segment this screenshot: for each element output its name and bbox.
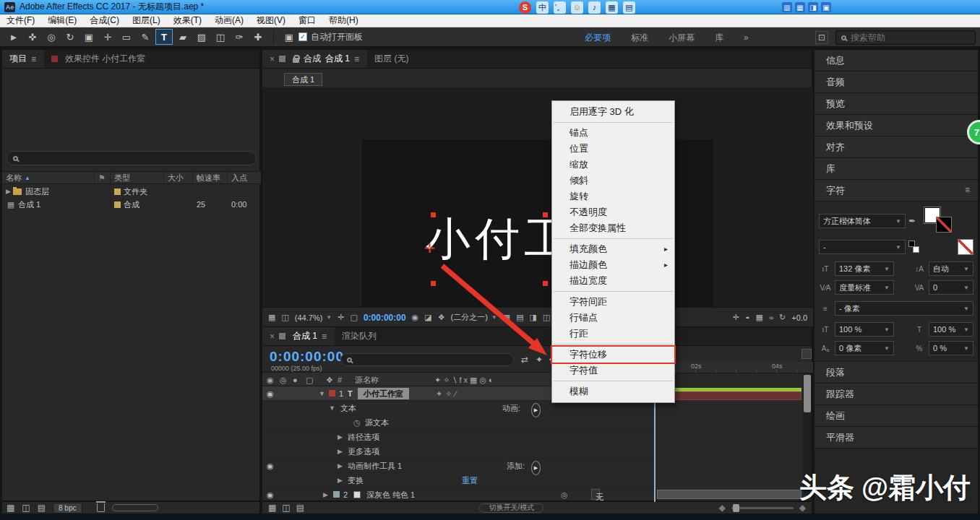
tab-layer-viewer[interactable]: 图层 (无) bbox=[367, 50, 416, 68]
menu-file[interactable]: 文件(F) bbox=[0, 13, 41, 28]
roto-brush-tool-icon[interactable]: ✑ bbox=[231, 29, 248, 45]
menu-item-tracking[interactable]: 字符间距 bbox=[552, 294, 674, 310]
timeline-search-input[interactable] bbox=[356, 355, 494, 365]
magnification-icon[interactable]: ◫ bbox=[281, 313, 288, 322]
workspace-standard[interactable]: 标准 bbox=[631, 32, 648, 44]
expand-transfer-controls-icon[interactable]: ◫ bbox=[282, 503, 290, 513]
twirl-icon[interactable]: ▼ bbox=[329, 401, 335, 415]
column-fps[interactable]: 帧速率 bbox=[193, 172, 228, 183]
label-chip[interactable] bbox=[333, 491, 340, 498]
column-name[interactable]: 名称▲ bbox=[2, 172, 95, 183]
view-layout-icon[interactable]: ◫ bbox=[543, 313, 550, 322]
pixel-aspect-icon[interactable]: ✛ bbox=[733, 313, 739, 322]
panel-menu-icon[interactable]: ≡ bbox=[965, 180, 971, 201]
shape-tool-icon[interactable]: ▭ bbox=[118, 29, 135, 45]
input-mode-icon[interactable]: 中 bbox=[536, 1, 549, 14]
tray-icon-4[interactable]: ▣ bbox=[821, 2, 831, 12]
help-search-input[interactable] bbox=[851, 32, 952, 43]
panel-menu-icon[interactable]: ≡ bbox=[354, 54, 360, 64]
kerning-select[interactable]: 度量标准▼ bbox=[835, 280, 894, 295]
text-group-row[interactable]: ▼ 文本 动画: ▶ bbox=[262, 401, 655, 415]
panel-align[interactable]: 对齐 bbox=[814, 136, 978, 158]
font-size-select[interactable]: 132 像素▼ bbox=[835, 261, 894, 276]
menu-animation[interactable]: 动画(A) bbox=[208, 13, 250, 28]
workspace-libraries[interactable]: 库 bbox=[715, 32, 723, 44]
menu-item-enable-per-char-3d[interactable]: 启用逐字 3D 化 bbox=[552, 104, 674, 120]
tray-icon-2[interactable]: ▦ bbox=[795, 2, 805, 12]
layer2-duration-bar[interactable] bbox=[657, 490, 801, 499]
source-text-label[interactable]: 源文本 bbox=[365, 415, 389, 430]
brush-tool-icon[interactable]: ▰ bbox=[174, 29, 192, 45]
transform-row[interactable]: ▶ 变换 重置 bbox=[262, 473, 655, 488]
twirl-icon[interactable]: ▶ bbox=[338, 473, 343, 488]
text-group-label[interactable]: 文本 bbox=[340, 401, 356, 415]
panel-character[interactable]: 字符 ≡ bbox=[814, 180, 978, 202]
panel-effects-presets[interactable]: 效果和预设 bbox=[814, 115, 978, 136]
leading-select[interactable]: 自动▼ bbox=[929, 261, 973, 276]
panel-preview[interactable]: 预览 bbox=[814, 93, 978, 115]
menu-composition[interactable]: 合成(C) bbox=[83, 13, 126, 28]
unit-row-select[interactable]: - 像素▼ bbox=[835, 301, 973, 316]
scrollbar-thumb[interactable] bbox=[804, 375, 811, 412]
show-snapshot-icon[interactable]: ◪ bbox=[424, 313, 431, 322]
soft-keyboard-icon[interactable]: ▦ bbox=[606, 1, 618, 14]
stroke-color-swatch[interactable] bbox=[936, 217, 952, 233]
anchor-point-icon[interactable]: ✛ bbox=[424, 240, 435, 256]
hand-tool-icon[interactable]: ✜ bbox=[24, 29, 41, 45]
track-matte-icon[interactable]: ◎ bbox=[561, 488, 568, 502]
project-search-input[interactable] bbox=[22, 153, 225, 164]
layer-row-2[interactable]: ◉ ▶ 2 深灰色 纯色 1 ◎ 无▼ bbox=[262, 488, 655, 502]
column-label-icon[interactable]: ⚑ bbox=[95, 172, 111, 183]
panel-paint[interactable]: 绘画 bbox=[814, 405, 978, 427]
tab-effect-controls[interactable]: 效果控件 小付工作室 bbox=[44, 50, 152, 68]
transform-label[interactable]: 变换 bbox=[348, 473, 364, 488]
project-row-solids[interactable]: ▶ 固态层 文件夹 bbox=[2, 185, 261, 198]
pan-behind-tool-icon[interactable]: ✛ bbox=[99, 29, 116, 45]
menu-item-character-offset[interactable]: 字符位移 bbox=[552, 347, 674, 363]
animator-label[interactable]: 动画制作工具 1 bbox=[348, 459, 402, 473]
menu-effect[interactable]: 效果(T) bbox=[167, 13, 208, 28]
eraser-tool-icon[interactable]: ◫ bbox=[212, 29, 229, 45]
viewer-timecode[interactable]: 0:00:00:00 bbox=[364, 313, 406, 323]
fast-previews-icon[interactable]: ◓ bbox=[745, 313, 750, 322]
layer1-duration-bar[interactable] bbox=[657, 391, 801, 400]
column-type[interactable]: 类型 bbox=[111, 172, 164, 183]
font-style-select[interactable]: -▼ bbox=[819, 240, 906, 254]
panel-tracker[interactable]: 跟踪器 bbox=[814, 384, 978, 405]
menu-item-line-spacing[interactable]: 行距 bbox=[552, 326, 674, 342]
source-text-row[interactable]: ◷ 源文本 bbox=[262, 415, 655, 430]
menu-window[interactable]: 窗口 bbox=[292, 13, 322, 28]
interpret-footage-icon[interactable]: ▦ bbox=[7, 503, 14, 513]
tab-timeline-comp1[interactable]: × 合成 1 ≡ bbox=[262, 327, 335, 345]
reset-exposure-icon[interactable]: ↻ bbox=[779, 313, 786, 322]
close-tab-icon[interactable]: × bbox=[270, 332, 275, 342]
selection-handle[interactable] bbox=[543, 212, 548, 217]
project-bit-depth-button[interactable]: 8 bpc bbox=[53, 503, 82, 514]
tsume-select[interactable]: 0 %▼ bbox=[929, 341, 973, 355]
region-of-interest-icon[interactable]: ▦ bbox=[503, 313, 510, 322]
time-ruler[interactable]: 02s 04s bbox=[655, 362, 813, 373]
panel-menu-icon[interactable]: ≡ bbox=[322, 332, 327, 342]
label-chip[interactable] bbox=[114, 188, 121, 195]
toggle-switches-modes-button[interactable]: 切换开关/模式 bbox=[479, 503, 543, 513]
menu-item-fill-color[interactable]: 填充颜色▸ bbox=[552, 241, 674, 257]
create-folder-icon[interactable]: ◫ bbox=[22, 503, 30, 513]
eye-icon[interactable]: ◉ bbox=[267, 386, 274, 401]
twirl-icon[interactable]: ▼ bbox=[319, 386, 325, 401]
tracking-select[interactable]: 0▼ bbox=[929, 280, 973, 295]
selection-handle[interactable] bbox=[431, 281, 436, 286]
eye-icon[interactable]: ◉ bbox=[267, 488, 274, 502]
workspace-small-screen[interactable]: 小屏幕 bbox=[669, 32, 695, 44]
layer-switches[interactable]: ✦✧∕ bbox=[436, 386, 459, 401]
zoom-out-diamond-icon[interactable]: ◆ bbox=[719, 503, 726, 513]
zoom-slider-thumb[interactable] bbox=[733, 504, 739, 512]
vertical-scale-select[interactable]: 100 %▼ bbox=[835, 322, 894, 337]
menu-item-scale[interactable]: 缩放 bbox=[552, 157, 674, 173]
delete-icon[interactable] bbox=[97, 503, 105, 512]
zoom-select[interactable]: (44.7%)▼ bbox=[295, 313, 332, 322]
layer-name[interactable]: 小付工作室 bbox=[358, 388, 409, 399]
voice-input-icon[interactable]: ♪ bbox=[588, 1, 601, 14]
parent-select[interactable]: 无▼ bbox=[591, 489, 600, 500]
puppet-pin-tool-icon[interactable]: ✚ bbox=[249, 29, 267, 45]
selection-handle[interactable] bbox=[543, 281, 548, 286]
